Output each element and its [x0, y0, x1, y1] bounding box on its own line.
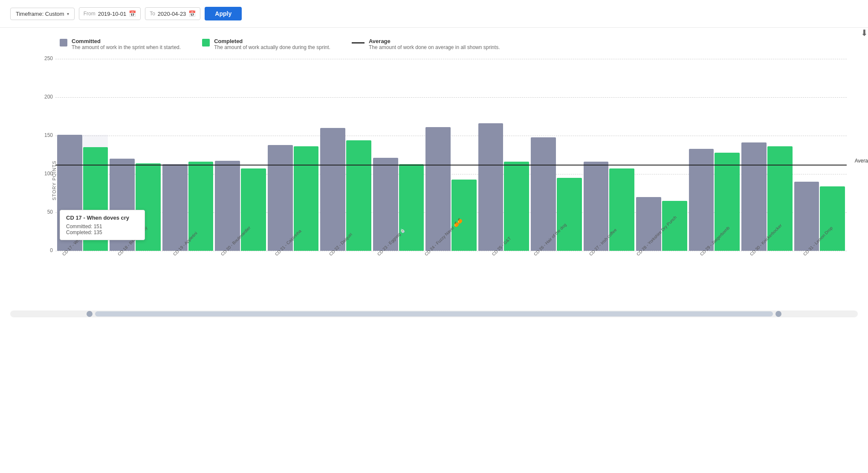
legend-completed: Completed The amount of work actually do… [202, 38, 330, 50]
x-labels-container: CD 17 - When doves cryCD 18 - Birds of p… [55, 251, 847, 302]
x-label-group: CD 20 - Boulevardier [213, 251, 263, 302]
committed-bar [162, 164, 188, 251]
download-button[interactable]: ⬇ [861, 28, 868, 38]
tooltip-committed: Committed: 151 [66, 223, 139, 229]
tooltip-title: CD 17 - When doves cry [66, 215, 139, 221]
committed-label: Committed [72, 38, 181, 44]
average-desc: The amount of work done on average in al… [369, 44, 500, 50]
committed-bar [478, 123, 503, 251]
legend-committed: Committed The amount of work in the spri… [60, 38, 181, 50]
x-label-group: CD 31 - Lemon Drop [795, 251, 845, 302]
committed-bar [320, 128, 345, 251]
completed-desc: The amount of work actually done during … [214, 44, 330, 50]
average-label: Average [369, 38, 500, 44]
average-value-label: Average: 112 [855, 158, 868, 164]
x-label-group: CD 25 - G&T [476, 251, 526, 302]
x-label-group: CD 24 - Fuzzy Navel 🍊🍊 [420, 251, 475, 302]
x-label-group: CD 22 - Daiquiri [316, 251, 366, 302]
from-date-field[interactable]: From 2019-10-01 📅 [79, 7, 141, 20]
bar-group[interactable] [689, 149, 740, 251]
committed-swatch [60, 39, 67, 46]
x-label-group: CD 27 - Irish coffee [579, 251, 629, 302]
x-label-group: CD 28 - Yorkshire Dry Punch [631, 251, 690, 302]
from-date-value: 2019-10-01 [98, 11, 127, 17]
committed-bar [268, 145, 293, 251]
scrollbar-handle-right[interactable] [775, 311, 781, 317]
to-date-field[interactable]: To 2020-04-23 📅 [145, 7, 200, 20]
x-label-group: CD 26 - Hair of the dog [528, 251, 578, 302]
x-label-group: CD 30 - Knickerbocker [744, 251, 793, 302]
scrollbar[interactable] [10, 310, 858, 317]
completed-bar [557, 178, 582, 251]
y-tick: 100 [35, 171, 53, 177]
bar-group[interactable] [320, 128, 371, 251]
timeframe-dropdown[interactable]: Timeframe: Custom ▾ [10, 8, 75, 20]
completed-bar [241, 168, 266, 251]
legend-average: Average The amount of work done on avera… [352, 38, 500, 50]
x-label-group: CD 17 - When doves cry [57, 251, 108, 302]
chevron-down-icon: ▾ [67, 12, 69, 16]
top-bar: Timeframe: Custom ▾ From 2019-10-01 📅 To… [0, 0, 868, 28]
tooltip-completed: Completed: 135 [66, 229, 139, 235]
to-date-value: 2020-04-23 [158, 11, 186, 17]
chart-legend: Committed The amount of work in the spri… [34, 38, 847, 50]
chart-area: STORY POINTS 250200150100500Average: 112… [34, 59, 847, 302]
completed-label: Completed [214, 38, 330, 44]
bar-group[interactable] [478, 123, 529, 251]
committed-bar [689, 149, 714, 251]
bar-group[interactable] [636, 197, 687, 251]
calendar-icon-to: 📅 [188, 10, 196, 17]
average-line [55, 165, 847, 165]
chart-wrapper: Committed The amount of work in the spri… [0, 28, 868, 306]
average-line-swatch [352, 42, 365, 44]
y-tick: 200 [35, 94, 53, 100]
y-tick: 250 [35, 55, 53, 61]
x-label-group: CD 29 - Jaegerbomb [692, 251, 742, 302]
timeframe-label: Timeframe: Custom [16, 11, 64, 17]
tooltip: CD 17 - When doves cryCommitted: 151Comp… [60, 210, 145, 240]
average-swatch [352, 39, 365, 46]
x-label-group: CD 19 - Appletini [161, 251, 211, 302]
committed-bar [741, 142, 767, 251]
apply-button[interactable]: Apply [205, 7, 242, 20]
completed-bar [451, 180, 477, 251]
committed-desc: The amount of work in the sprint when it… [72, 44, 181, 50]
bars-container [55, 59, 847, 251]
completed-bar [609, 168, 634, 251]
y-tick: 50 [35, 209, 53, 215]
completed-bar [820, 186, 845, 251]
x-label-group: CD 18 - Birds of prey [110, 251, 159, 302]
bar-group[interactable] [741, 142, 792, 251]
chart-inner: 250200150100500Average: 112CD 17 - When … [55, 59, 847, 302]
from-label: From [84, 11, 95, 17]
scrollbar-handle-left[interactable] [87, 311, 93, 317]
x-label-group: CD 23 - Eggnog 🍵 [368, 251, 418, 302]
calendar-icon-from: 📅 [129, 10, 136, 17]
to-label: To [150, 11, 155, 17]
scrollbar-thumb[interactable] [95, 311, 773, 316]
x-label-group: CD 21 - Caipirinha [265, 251, 315, 302]
y-tick: 0 [35, 247, 53, 253]
completed-bar [399, 164, 424, 251]
y-tick: 150 [35, 132, 53, 138]
completed-swatch [202, 39, 210, 46]
